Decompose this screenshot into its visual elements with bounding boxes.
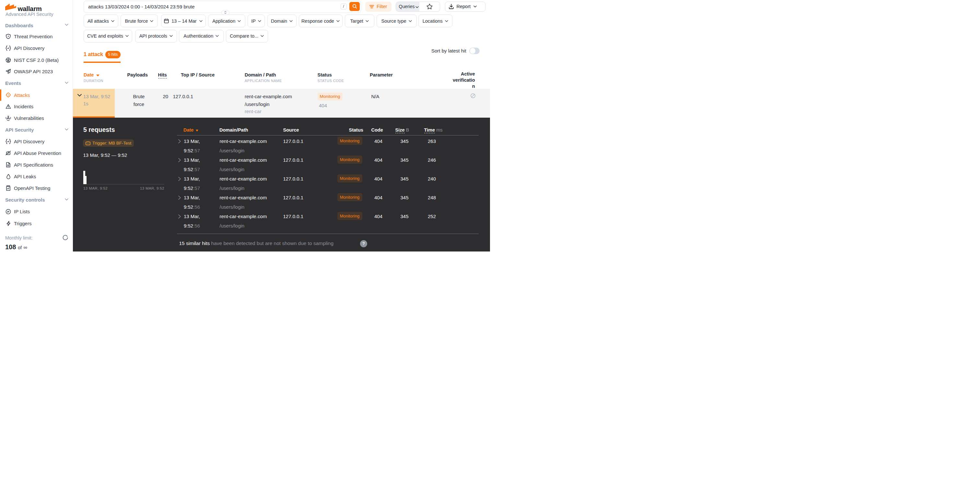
svg-text:IP: IP (7, 210, 10, 213)
